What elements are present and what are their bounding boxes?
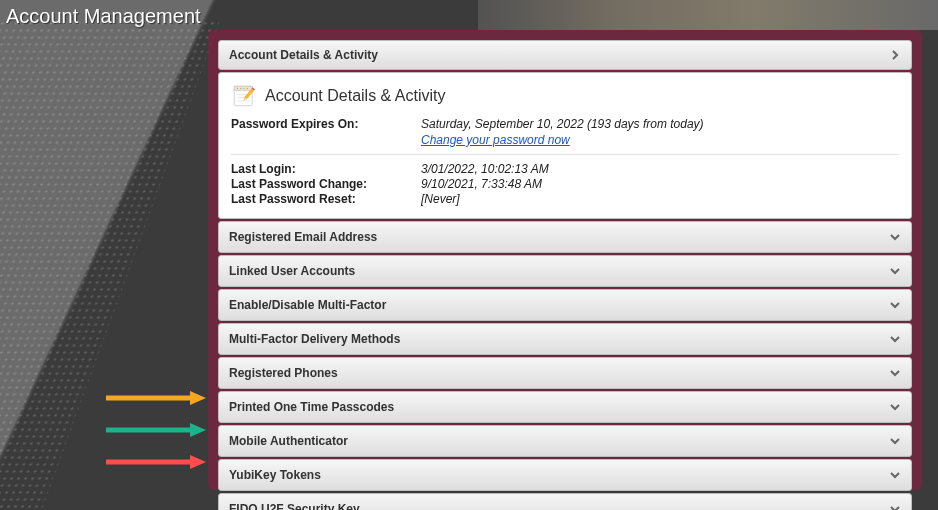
label-last-pw-reset: Last Password Reset: [231,192,421,206]
accordion-header-account-details[interactable]: Account Details & Activity [218,40,912,70]
value-last-login: 3/01/2022, 10:02:13 AM [421,162,899,176]
accordion-header-mobile-authenticator[interactable]: Mobile Authenticator [218,425,912,457]
chevron-down-icon [889,503,901,510]
value-last-pw-change: 9/10/2021, 7:33:48 AM [421,177,899,191]
accordion-header-fido-u2f[interactable]: FIDO U2F Security Key [218,493,912,510]
chevron-right-icon [889,49,901,61]
accordion-header-label: Registered Phones [229,366,338,380]
accordion-header-registered-phones[interactable]: Registered Phones [218,357,912,389]
accordion-header-linked-accounts[interactable]: Linked User Accounts [218,255,912,287]
divider [231,154,899,155]
accordion-header-enable-mfa[interactable]: Enable/Disable Multi-Factor [218,289,912,321]
chevron-down-icon [889,231,901,243]
accordion-header-label: Account Details & Activity [229,48,378,62]
notepad-icon [231,83,257,109]
svg-marker-17 [190,455,206,469]
chevron-down-icon [889,299,901,311]
accordion-header-registered-email[interactable]: Registered Email Address [218,221,912,253]
svg-point-5 [247,88,248,89]
svg-point-2 [237,88,238,89]
background-photo-strip [478,0,938,30]
section-title: Account Details & Activity [265,87,446,105]
svg-point-4 [243,88,244,89]
account-panel: Account Details & Activity [208,30,922,490]
svg-point-3 [240,88,241,89]
accordion-header-label: Printed One Time Passcodes [229,400,394,414]
label-pw-expires: Password Expires On: [231,117,421,147]
accordion-header-label: Linked User Accounts [229,264,355,278]
chevron-down-icon [889,265,901,277]
accordion-header-label: YubiKey Tokens [229,468,321,482]
accordion-header-label: Multi-Factor Delivery Methods [229,332,400,346]
svg-marker-15 [190,423,206,437]
chevron-down-icon [889,469,901,481]
chevron-down-icon [889,333,901,345]
accordion-header-label: Mobile Authenticator [229,434,348,448]
chevron-down-icon [889,401,901,413]
arrow-red-icon [106,455,206,469]
accordion-header-yubikey[interactable]: YubiKey Tokens [218,459,912,491]
accordion-header-label: Enable/Disable Multi-Factor [229,298,386,312]
label-last-pw-change: Last Password Change: [231,177,421,191]
label-last-login: Last Login: [231,162,421,176]
chevron-down-icon [889,367,901,379]
accordion: Account Details & Activity [218,40,912,510]
accordion-header-mfa-delivery[interactable]: Multi-Factor Delivery Methods [218,323,912,355]
accordion-body-account-details: Account Details & Activity Password Expi… [218,72,912,219]
accordion-header-label: Registered Email Address [229,230,377,244]
value-last-pw-reset: [Never] [421,192,899,206]
value-pw-expires: Saturday, September 10, 2022 (193 days f… [421,117,899,131]
details-grid: Password Expires On: Saturday, September… [231,117,899,206]
accordion-header-label: FIDO U2F Security Key [229,502,360,510]
arrow-teal-icon [106,423,206,437]
page-title: Account Management [6,5,201,28]
accordion-header-printed-otp[interactable]: Printed One Time Passcodes [218,391,912,423]
change-password-link[interactable]: Change your password now [421,133,899,147]
svg-marker-13 [190,391,206,405]
chevron-down-icon [889,435,901,447]
arrow-orange-icon [106,391,206,405]
